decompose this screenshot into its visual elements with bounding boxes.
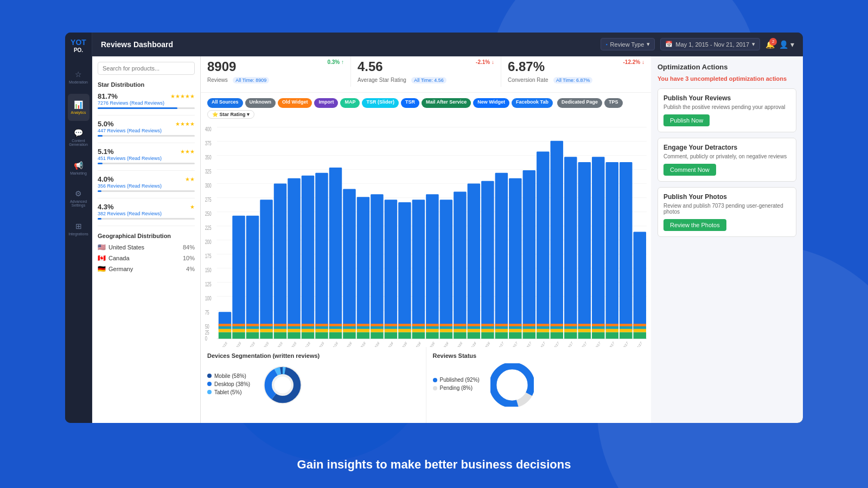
sidebar-item-analytics[interactable]: 📊 Analytics bbox=[68, 94, 90, 121]
svg-text:06/17: 06/17 bbox=[566, 341, 573, 347]
read-reviews-1[interactable]: Read Reviews bbox=[129, 211, 160, 216]
svg-rect-36 bbox=[219, 326, 232, 329]
review-type-label: Review Type bbox=[610, 41, 644, 48]
read-reviews-2[interactable]: Read Reviews bbox=[129, 183, 160, 189]
pct-de: 4% bbox=[186, 266, 195, 272]
svg-rect-136 bbox=[454, 332, 467, 338]
read-reviews-4[interactable]: Read Reviews bbox=[129, 128, 160, 133]
tag-mail[interactable]: Mail After Service bbox=[422, 98, 471, 108]
tag-map[interactable]: MAP bbox=[340, 98, 360, 108]
sidebar-item-content[interactable]: 💬 Content Generation bbox=[68, 124, 90, 151]
sidebar-item-marketing[interactable]: 📢 Marketing bbox=[68, 155, 90, 182]
sidebar-item-advanced[interactable]: ⚙ Advanced Settings bbox=[68, 185, 90, 212]
content-icon: 💬 bbox=[74, 129, 83, 137]
stat-conversion: 6.87% -12.2% ↓ Conversion Rate All Time:… bbox=[501, 56, 651, 87]
svg-rect-171 bbox=[537, 151, 550, 330]
star-pct-3: 5.1% bbox=[98, 147, 114, 156]
logo-text1: YOT bbox=[71, 38, 86, 47]
svg-rect-37 bbox=[219, 324, 232, 326]
notification-bell[interactable]: 🔔 2 bbox=[765, 40, 775, 49]
tag-old-widget[interactable]: Old Widget bbox=[278, 98, 312, 108]
tag-unknown[interactable]: Unknown bbox=[245, 98, 276, 108]
svg-rect-71 bbox=[302, 329, 315, 332]
read-reviews-3[interactable]: Read Reviews bbox=[129, 156, 160, 161]
review-count-1: 382 Reviews bbox=[98, 211, 126, 216]
svg-rect-106 bbox=[385, 332, 398, 338]
tag-allsources[interactable]: All Sources bbox=[207, 98, 243, 108]
published-legend: Published (92%) bbox=[433, 377, 480, 383]
svg-rect-198 bbox=[592, 326, 605, 329]
star-pct-1: 4.3% bbox=[98, 203, 114, 211]
svg-rect-215 bbox=[634, 329, 647, 332]
svg-rect-135 bbox=[454, 191, 467, 330]
svg-rect-66 bbox=[288, 326, 301, 329]
star-icon: ☆ bbox=[75, 70, 82, 79]
svg-rect-95 bbox=[357, 329, 370, 332]
svg-rect-132 bbox=[440, 326, 453, 329]
svg-rect-153 bbox=[495, 173, 508, 331]
tag-dedicated[interactable]: Dedicated Page bbox=[557, 98, 602, 108]
header-icons: 🔔 2 👤 ▾ bbox=[765, 40, 794, 49]
read-reviews-5[interactable]: Read Reviews bbox=[131, 100, 163, 106]
reviews-label: Reviews bbox=[207, 77, 228, 83]
publish-now-button[interactable]: Publish Now bbox=[663, 114, 710, 126]
review-type-select[interactable]: ▪ Review Type ▾ bbox=[601, 38, 655, 50]
tablet-label: Tablet (5%) bbox=[214, 389, 242, 395]
comment-now-button[interactable]: Comment Now bbox=[663, 164, 716, 176]
product-search-input[interactable] bbox=[98, 62, 195, 75]
svg-text:02/17: 02/17 bbox=[511, 341, 518, 347]
tag-tsr-slider[interactable]: TSR (Slider) bbox=[362, 98, 399, 108]
stat-reviews: 8909 0.3% ↑ Reviews All Time: 8909 bbox=[201, 56, 351, 87]
stats-row: 8909 0.3% ↑ Reviews All Time: 8909 4.5 bbox=[201, 56, 651, 93]
published-label: Published (92%) bbox=[440, 377, 480, 383]
svg-rect-160 bbox=[509, 332, 522, 338]
svg-rect-137 bbox=[454, 329, 467, 332]
svg-text:375: 375 bbox=[205, 140, 212, 147]
svg-rect-205 bbox=[606, 324, 619, 326]
svg-rect-180 bbox=[551, 326, 564, 329]
svg-rect-147 bbox=[481, 181, 494, 331]
star-row-4: 5.0% ★★★★ 447 Reviews (Read Reviews) bbox=[98, 120, 195, 143]
tag-star-rating[interactable]: ⭐ Star Rating ▾ bbox=[207, 110, 254, 119]
svg-rect-59 bbox=[274, 329, 287, 332]
filter-tags: All Sources Unknown Old Widget Import MA… bbox=[201, 98, 651, 119]
pct-us: 84% bbox=[183, 244, 195, 251]
svg-rect-39 bbox=[232, 216, 245, 331]
svg-text:11/17: 11/17 bbox=[636, 341, 643, 347]
tag-new-widget[interactable]: New Widget bbox=[473, 98, 509, 108]
rating-label: Average Star Rating bbox=[358, 77, 406, 83]
tag-facebook[interactable]: Facebook Tab bbox=[512, 98, 553, 108]
sidebar-item-integrations[interactable]: ⊞ Integrations bbox=[68, 215, 90, 242]
svg-rect-105 bbox=[385, 200, 398, 330]
review-photos-button[interactable]: Review the Photos bbox=[663, 219, 726, 231]
tag-import[interactable]: Import bbox=[314, 98, 338, 108]
sidebar-label-content: Content Generation bbox=[68, 139, 90, 146]
svg-rect-196 bbox=[592, 332, 605, 338]
published-dot bbox=[433, 378, 437, 382]
svg-rect-168 bbox=[523, 326, 536, 329]
settings-icon: ⚙ bbox=[75, 189, 82, 198]
svg-rect-60 bbox=[274, 326, 287, 329]
svg-rect-81 bbox=[329, 168, 342, 330]
user-icon[interactable]: 👤 ▾ bbox=[779, 40, 794, 49]
svg-rect-51 bbox=[260, 200, 273, 330]
date-range-picker[interactable]: 📅 May 1, 2015 - Nov 21, 2017 ▾ bbox=[660, 38, 760, 50]
tag-tsr[interactable]: TSR bbox=[401, 98, 419, 108]
svg-rect-154 bbox=[495, 332, 508, 338]
sidebar-label-moderation: Moderation bbox=[69, 80, 88, 84]
star-row-2: 4.0% ★★ 356 Reviews (Read Reviews) bbox=[98, 175, 195, 198]
tag-tps[interactable]: TPS bbox=[604, 98, 623, 108]
country-ca: Canada bbox=[108, 255, 130, 261]
header-controls: ▪ Review Type ▾ 📅 May 1, 2015 - Nov 21, … bbox=[601, 38, 794, 50]
svg-rect-192 bbox=[578, 326, 591, 329]
flag-de: 🇩🇪 bbox=[98, 265, 106, 273]
reviews-status-legend: Published (92%) Pending (8%) bbox=[433, 377, 480, 393]
svg-text:01/17: 01/17 bbox=[497, 341, 505, 347]
svg-rect-94 bbox=[357, 332, 370, 338]
svg-rect-123 bbox=[426, 194, 439, 330]
sidebar-label-integrations: Integrations bbox=[68, 232, 88, 236]
sidebar-item-moderation[interactable]: ☆ Moderation bbox=[68, 63, 90, 91]
pending-legend: Pending (8%) bbox=[433, 385, 480, 391]
review-count-2: 356 Reviews bbox=[98, 183, 126, 189]
svg-rect-40 bbox=[232, 332, 245, 338]
